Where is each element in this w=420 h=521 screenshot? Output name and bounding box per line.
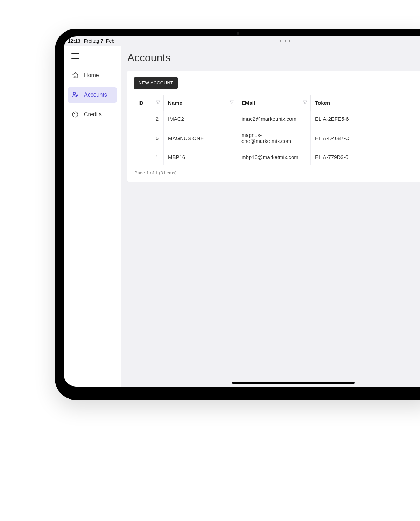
- cell-token: ELIA-2EFE5-6: [311, 111, 420, 127]
- home-indicator[interactable]: [232, 382, 355, 384]
- column-header-id[interactable]: ID: [134, 95, 164, 111]
- home-icon: [71, 71, 79, 79]
- sidebar-item-label: Accounts: [84, 92, 107, 98]
- cell-name: MAGNUS ONE: [164, 127, 237, 149]
- table-row[interactable]: 6 MAGNUS ONE magnus-one@marketmix.com EL…: [134, 127, 420, 149]
- svg-point-0: [74, 92, 76, 95]
- cell-token: ELIA-D4687-C: [311, 127, 420, 149]
- status-dots-icon[interactable]: • • •: [141, 38, 420, 44]
- table-row[interactable]: 2 IMAC2 imac2@marketmix.com ELIA-2EFE5-6: [134, 111, 420, 127]
- cell-email: mbp16@marketmix.com: [237, 149, 311, 165]
- column-header-name[interactable]: Name: [164, 95, 237, 111]
- menu-toggle-button[interactable]: [64, 49, 121, 64]
- main-content: Accounts NEW ACCOUNT ID: [121, 46, 420, 387]
- sidebar-item-accounts[interactable]: Accounts: [68, 87, 117, 103]
- sidebar-item-credits[interactable]: Credits: [68, 106, 117, 123]
- cell-id: 1: [134, 149, 164, 165]
- sidebar-item-label: Credits: [84, 111, 102, 118]
- status-bar: 12:13 Freitag 7. Feb. • • •: [64, 36, 420, 46]
- person-edit-icon: [71, 91, 79, 99]
- status-date: Freitag 7. Feb.: [84, 38, 116, 44]
- sidebar-item-label: Home: [84, 72, 99, 78]
- cell-name: IMAC2: [164, 111, 237, 127]
- nav-divider: [69, 129, 116, 129]
- nav-list: Home Accounts: [64, 64, 121, 126]
- column-header-token[interactable]: Token: [311, 95, 420, 111]
- device-screen: 12:13 Freitag 7. Feb. • • • Home: [64, 36, 420, 387]
- filter-icon[interactable]: [156, 100, 161, 106]
- filter-icon[interactable]: [229, 100, 234, 106]
- coin-icon: [71, 111, 79, 118]
- cell-email: imac2@marketmix.com: [237, 111, 311, 127]
- pager-text: Page 1 of 1 (3 items): [134, 165, 420, 175]
- hamburger-icon: [71, 53, 79, 59]
- svg-point-1: [73, 112, 78, 117]
- cell-token: ELIA-779D3-6: [311, 149, 420, 165]
- sidebar: Home Accounts: [64, 46, 121, 387]
- table-row[interactable]: 1 MBP16 mbp16@marketmix.com ELIA-779D3-6: [134, 149, 420, 165]
- page-title: Accounts: [127, 52, 420, 64]
- new-account-button[interactable]: NEW ACCOUNT: [134, 77, 178, 89]
- cell-id: 6: [134, 127, 164, 149]
- content-card: NEW ACCOUNT ID Name: [127, 71, 420, 182]
- filter-icon[interactable]: [303, 100, 308, 106]
- app-body: Home Accounts: [64, 46, 420, 387]
- cell-email: magnus-one@marketmix.com: [237, 127, 311, 149]
- column-header-email[interactable]: EMail: [237, 95, 311, 111]
- cell-name: MBP16: [164, 149, 237, 165]
- cell-id: 2: [134, 111, 164, 127]
- sidebar-item-home[interactable]: Home: [68, 67, 117, 83]
- device-camera: [196, 32, 280, 35]
- accounts-table: ID Name: [134, 95, 420, 165]
- status-time: 12:13: [68, 38, 80, 44]
